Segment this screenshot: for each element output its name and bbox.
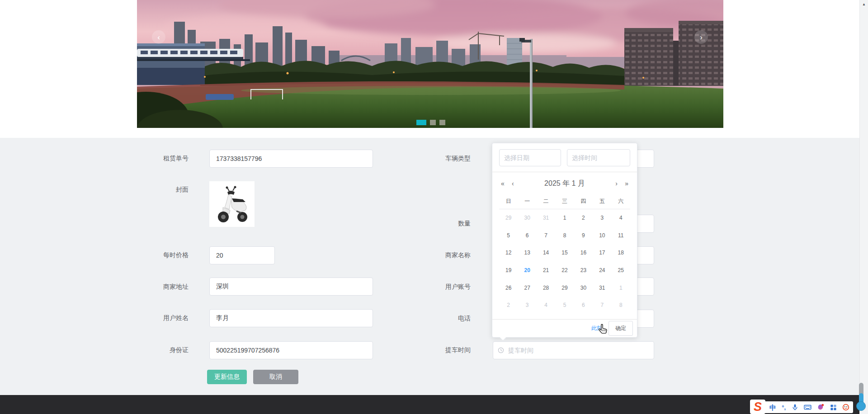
calendar-day[interactable]: 28 — [537, 279, 555, 296]
pickup-time-label: 提车时间 — [412, 346, 471, 354]
punctuation-icon[interactable]: °, — [782, 405, 786, 410]
carousel-dot[interactable] — [439, 120, 445, 125]
calendar-day[interactable]: 19 — [499, 262, 518, 279]
calendar-day[interactable]: 25 — [612, 262, 630, 279]
calendar-day[interactable]: 1 — [555, 209, 574, 227]
soft-keyboard-icon[interactable] — [804, 404, 811, 410]
calendar-day[interactable]: 14 — [537, 244, 555, 262]
hourly-price-input[interactable] — [209, 246, 275, 264]
calendar-day[interactable]: 4 — [612, 209, 630, 227]
prev-year-button[interactable]: « — [501, 176, 505, 191]
calendar-day[interactable]: 12 — [499, 244, 518, 262]
thermometer-bulb[interactable] — [856, 401, 866, 411]
calendar-day[interactable]: 8 — [612, 296, 630, 314]
calendar-day[interactable]: 26 — [499, 279, 518, 296]
calendar-day[interactable]: 29 — [499, 209, 518, 227]
calendar-day[interactable]: 3 — [593, 209, 611, 227]
calendar-day[interactable]: 13 — [518, 244, 536, 262]
rental-no-input[interactable] — [209, 150, 373, 168]
calendar-day[interactable]: 18 — [612, 244, 630, 262]
calendar-day[interactable]: 9 — [574, 227, 593, 245]
calendar-day[interactable]: 31 — [593, 279, 611, 296]
calendar-day[interactable]: 31 — [537, 209, 555, 227]
emoji-icon[interactable] — [842, 404, 849, 411]
weekday-label: 日 — [499, 198, 518, 205]
calendar-day[interactable]: 27 — [518, 279, 536, 296]
picker-time-input[interactable] — [567, 149, 630, 166]
pickup-time-field[interactable] — [507, 346, 649, 354]
weekday-label: 六 — [612, 198, 630, 205]
carousel-next-button[interactable]: › — [694, 30, 708, 44]
calendar-day[interactable]: 23 — [574, 262, 593, 279]
confirm-button[interactable]: 确定 — [609, 321, 633, 336]
next-year-button[interactable]: » — [625, 176, 628, 191]
vehicle-type-label: 车辆类型 — [412, 155, 471, 163]
calendar-day[interactable]: 29 — [555, 279, 574, 296]
toolbox-grid-icon[interactable] — [830, 404, 837, 411]
id-card-input[interactable] — [209, 341, 373, 359]
form-section — [0, 138, 868, 395]
carousel-indicators — [416, 120, 445, 125]
cover-label: 封面 — [130, 186, 189, 194]
calendar-day[interactable]: 7 — [537, 227, 555, 245]
chinese-mode-icon[interactable]: 中 — [769, 404, 776, 411]
calendar-day[interactable]: 1 — [612, 279, 630, 296]
sogou-logo[interactable]: S — [750, 400, 765, 414]
calendar-day[interactable]: 21 — [537, 262, 555, 279]
cancel-button[interactable]: 取消 — [253, 370, 298, 384]
merchant-address-input[interactable] — [209, 278, 373, 296]
calendar-day[interactable]: 15 — [555, 244, 574, 262]
calendar-day[interactable]: 10 — [593, 227, 611, 245]
calendar-day[interactable]: 8 — [555, 227, 574, 245]
page: ‹ › 租赁单号 封面 每时价格 商家地址 用户姓名 身份证 更新 — [0, 0, 868, 414]
calendar-day[interactable]: 24 — [593, 262, 611, 279]
id-card-label: 身份证 — [130, 346, 189, 354]
calendar-day[interactable]: 17 — [593, 244, 611, 262]
user-name-input[interactable] — [209, 309, 373, 327]
scrollbar-track[interactable]: ▲ — [859, 0, 868, 414]
banner-carousel: ‹ › — [137, 0, 723, 128]
calendar-day[interactable]: 6 — [518, 227, 536, 245]
carousel-prev-button[interactable]: ‹ — [152, 30, 165, 44]
next-month-button[interactable]: › — [615, 176, 618, 191]
calendar-day-selected[interactable]: 20 — [518, 262, 536, 279]
carousel-dot-active[interactable] — [416, 120, 426, 125]
weekday-label: 三 — [555, 198, 574, 205]
calendar-grid: 2930311234567891011121314151617181920212… — [499, 209, 630, 314]
calendar-day[interactable]: 16 — [574, 244, 593, 262]
calendar-day[interactable]: 6 — [574, 296, 593, 314]
scrollbar-up-arrow[interactable]: ▲ — [860, 2, 868, 6]
pickup-time-input[interactable] — [493, 341, 654, 359]
hourly-price-label: 每时价格 — [130, 251, 189, 259]
weekday-label: 五 — [593, 198, 611, 205]
calendar-day[interactable]: 30 — [574, 279, 593, 296]
datetime-picker-popup: « ‹ 2025 年 1 月 › » 日一二三四五六 2930311234567… — [492, 143, 637, 338]
calendar-day[interactable]: 5 — [499, 227, 518, 245]
skin-icon[interactable] — [817, 404, 824, 411]
now-link[interactable]: 此刻 — [591, 325, 602, 332]
calendar-day[interactable]: 22 — [555, 262, 574, 279]
calendar-day[interactable]: 2 — [499, 296, 518, 314]
cover-scooter-image — [209, 181, 255, 227]
picker-date-input[interactable] — [499, 149, 561, 166]
update-info-button[interactable]: 更新信息 — [207, 370, 247, 384]
calendar-day[interactable]: 11 — [612, 227, 630, 245]
calendar-day[interactable]: 30 — [518, 209, 536, 227]
microphone-icon[interactable] — [792, 404, 798, 411]
weekday-label: 一 — [518, 198, 536, 205]
rental-no-label: 租赁单号 — [130, 155, 189, 163]
weekday-label: 二 — [537, 198, 555, 205]
calendar-day[interactable]: 5 — [555, 296, 574, 314]
calendar-day[interactable]: 2 — [574, 209, 593, 227]
carousel-dot[interactable] — [430, 120, 436, 125]
picker-footer: 此刻 确定 — [492, 319, 637, 337]
calendar-day[interactable]: 3 — [518, 296, 536, 314]
calendar-day[interactable]: 7 — [593, 296, 611, 314]
calendar-weekday-row: 日一二三四五六 — [499, 194, 630, 209]
prev-month-button[interactable]: ‹ — [512, 176, 514, 191]
phone-label: 电话 — [412, 315, 471, 323]
calendar-day[interactable]: 4 — [537, 296, 555, 314]
ime-toolbar: 中 °, — [759, 401, 853, 413]
weekday-label: 四 — [574, 198, 593, 205]
user-name-label: 用户姓名 — [130, 314, 189, 322]
